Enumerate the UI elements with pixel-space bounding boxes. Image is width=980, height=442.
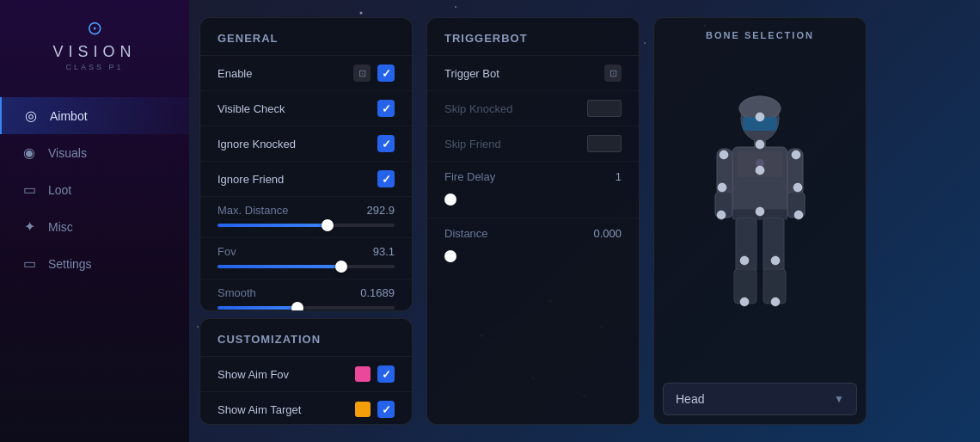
enable-label: Enable: [217, 67, 252, 80]
svg-point-36: [792, 150, 800, 159]
general-panel-header: General: [200, 18, 412, 56]
max-distance-value: 292.9: [366, 204, 395, 217]
logo-text: VISION: [52, 43, 136, 61]
sidebar-item-aimbot[interactable]: ◎ Aimbot: [0, 97, 189, 134]
sidebar-item-loot[interactable]: ▭ Loot: [0, 171, 189, 208]
sidebar-item-aimbot-label: Aimbot: [50, 109, 88, 123]
distance-thumb[interactable]: [444, 250, 456, 262]
fire-delay-thumb[interactable]: [444, 193, 456, 206]
svg-point-44: [771, 298, 780, 306]
sidebar-item-visuals[interactable]: ◉ Visuals: [0, 134, 189, 171]
setting-row-show-aim-target: Show Aim Target: [200, 392, 412, 425]
triggerbot-panel: Triggerbot Trigger Bot ⊡ Skip Knocked Sk…: [426, 17, 640, 425]
svg-point-41: [740, 256, 749, 265]
svg-point-31: [756, 113, 764, 121]
setting-row-ignore-friend: Ignore Friend: [200, 162, 412, 197]
smooth-thumb[interactable]: [291, 302, 303, 311]
bone-figure: [691, 52, 829, 383]
svg-point-42: [771, 256, 780, 265]
ignore-friend-label: Ignore Friend: [217, 173, 284, 186]
trigger-bot-monitor-icon[interactable]: ⊡: [604, 64, 622, 82]
bone-dropdown-value: Head: [676, 392, 704, 406]
show-aim-fov-label: Show Aim Fov: [217, 368, 289, 381]
visible-check-checkbox[interactable]: [377, 100, 395, 117]
aim-target-color-swatch[interactable]: [355, 402, 371, 417]
logo-sub: CLASS P1: [65, 63, 123, 71]
fov-value: 93.1: [373, 245, 395, 258]
distance-section: Distance 0.000: [427, 218, 639, 240]
smooth-value: 0.1689: [360, 286, 395, 299]
enable-monitor-icon[interactable]: ⊡: [353, 64, 371, 82]
fire-delay-section: Fire Delay 1: [427, 162, 639, 183]
slider-fov: Fov 93.1: [200, 238, 412, 279]
ignore-friend-checkbox[interactable]: [377, 170, 395, 187]
setting-row-show-aim-fov: Show Aim Fov: [200, 357, 412, 392]
svg-point-39: [717, 211, 726, 219]
fire-delay-slider-row: [427, 190, 639, 218]
show-aim-fov-checkbox[interactable]: [377, 365, 395, 383]
smooth-track[interactable]: [217, 306, 395, 310]
aimbot-icon: ◎: [22, 107, 40, 124]
sidebar-item-loot-label: Loot: [48, 183, 71, 197]
visuals-icon: ◉: [21, 144, 38, 161]
setting-row-ignore-knocked: Ignore Knocked: [200, 126, 412, 162]
svg-point-33: [756, 166, 764, 175]
enable-checkbox[interactable]: [377, 64, 395, 82]
bone-selection-panel: BONE SELECTION: [653, 17, 867, 425]
svg-point-40: [794, 211, 803, 219]
triggerbot-panel-header: Triggerbot: [427, 18, 639, 56]
sidebar: ⊙ VISION CLASS P1 ◎ Aimbot ◉ Visuals ▭ L…: [0, 0, 189, 442]
fov-label: Fov: [217, 245, 236, 258]
skip-friend-label: Skip Friend: [444, 138, 501, 150]
svg-point-32: [756, 140, 764, 149]
svg-rect-29: [763, 218, 784, 273]
customization-panel: Customization Show Aim Fov Show Aim Targ…: [199, 318, 413, 425]
sidebar-item-misc-label: Misc: [48, 220, 73, 234]
skip-knocked-label: Skip Knocked: [444, 102, 513, 115]
fire-delay-label: Fire Delay: [444, 170, 495, 183]
sidebar-item-misc[interactable]: ✦ Misc: [0, 208, 189, 245]
chevron-down-icon: ▼: [834, 393, 844, 405]
svg-point-34: [756, 207, 764, 216]
general-panel: General Enable ⊡ Visible Check Ignore Kn…: [199, 17, 413, 311]
setting-row-enable: Enable ⊡: [200, 56, 412, 91]
svg-point-35: [720, 150, 728, 159]
main-content: General Enable ⊡ Visible Check Ignore Kn…: [189, 0, 980, 442]
svg-rect-27: [736, 218, 756, 273]
logo-area: ⊙ VISION CLASS P1: [0, 17, 189, 71]
trigger-bot-label: Trigger Bot: [444, 67, 499, 80]
ignore-knocked-label: Ignore Knocked: [217, 138, 296, 150]
sidebar-item-settings[interactable]: ▭ Settings: [0, 245, 189, 282]
bone-dropdown[interactable]: Head ▼: [663, 383, 857, 415]
ignore-knocked-checkbox[interactable]: [377, 135, 395, 152]
setting-row-skip-friend: Skip Friend: [427, 126, 639, 162]
aim-fov-color-swatch[interactable]: [355, 366, 371, 382]
svg-point-37: [718, 183, 726, 192]
svg-point-43: [740, 298, 749, 306]
skip-knocked-checkbox[interactable]: [587, 100, 622, 117]
soldier-model: [700, 93, 820, 342]
skip-friend-checkbox[interactable]: [587, 135, 622, 152]
misc-icon: ✦: [21, 218, 38, 235]
smooth-label: Smooth: [217, 286, 256, 299]
fov-thumb[interactable]: [335, 261, 347, 273]
customization-panel-header: Customization: [200, 319, 412, 357]
distance-value: 0.000: [593, 227, 622, 240]
fov-track[interactable]: [217, 265, 395, 268]
setting-row-trigger-bot: Trigger Bot ⊡: [427, 56, 639, 91]
max-distance-thumb[interactable]: [322, 219, 334, 231]
max-distance-track[interactable]: [217, 224, 395, 227]
distance-slider-row: [427, 247, 639, 274]
bone-panel-header: BONE SELECTION: [654, 18, 866, 52]
show-aim-target-label: Show Aim Target: [217, 403, 301, 416]
sidebar-item-settings-label: Settings: [48, 257, 92, 271]
sidebar-item-visuals-label: Visuals: [48, 146, 87, 160]
setting-row-skip-knocked: Skip Knocked: [427, 91, 639, 126]
slider-max-distance: Max. Distance 292.9: [200, 197, 412, 238]
svg-point-38: [793, 183, 802, 192]
setting-row-visible-check: Visible Check: [200, 91, 412, 126]
show-aim-target-checkbox[interactable]: [377, 401, 395, 418]
visible-check-label: Visible Check: [217, 102, 285, 115]
distance-label: Distance: [444, 227, 488, 240]
max-distance-label: Max. Distance: [217, 204, 288, 217]
